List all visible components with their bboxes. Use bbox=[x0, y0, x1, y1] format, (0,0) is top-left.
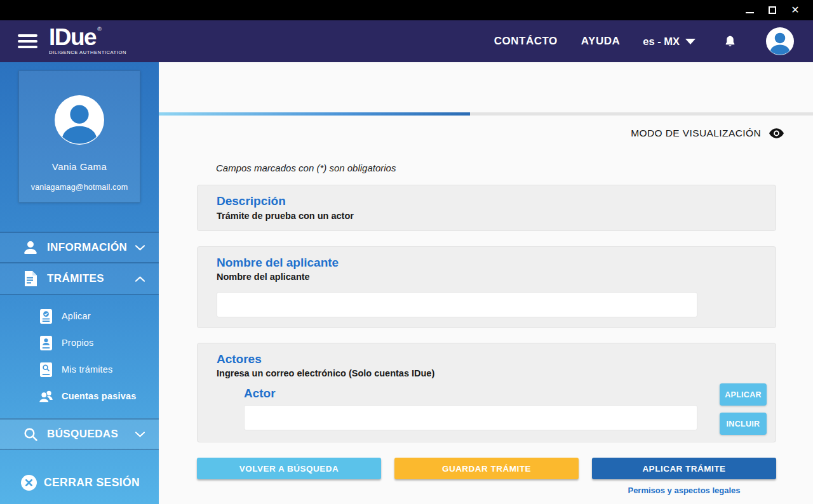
nombre-aplicante-input[interactable] bbox=[217, 292, 697, 317]
guardar-tramite-button[interactable]: GUARDAR TRÁMITE bbox=[394, 458, 579, 479]
actor-label: Actor bbox=[244, 387, 756, 401]
sidebar-item-label: TRÁMITES bbox=[47, 272, 135, 285]
sidebar-item-cuentas-pasivas[interactable]: Cuentas pasivas bbox=[0, 383, 159, 409]
hamburger-menu-button[interactable] bbox=[18, 34, 37, 48]
language-label: es - MX bbox=[643, 36, 680, 48]
sidebar-item-label: Cuentas pasivas bbox=[62, 391, 136, 401]
sidebar-item-tramites[interactable]: TRÁMITES bbox=[0, 263, 159, 295]
logout-button[interactable]: CERRAR SESIÓN bbox=[0, 468, 159, 497]
language-selector[interactable]: es - MX bbox=[643, 36, 695, 48]
sidebar-item-mis-tramites[interactable]: Mis trámites bbox=[0, 356, 159, 383]
section-title: Actores bbox=[217, 352, 756, 366]
legal-row: Permisos y aspectos legales bbox=[197, 484, 776, 496]
user-avatar-icon bbox=[766, 27, 794, 55]
actores-subtitle: Ingresa un correo electrónico (Solo cuen… bbox=[217, 368, 756, 378]
registered-mark: ® bbox=[97, 26, 102, 32]
contact-link[interactable]: CONTÁCTO bbox=[494, 35, 558, 48]
document-person-icon bbox=[40, 336, 52, 350]
profile-card: Vania Gama vaniagamag@hotmail.com bbox=[18, 70, 140, 202]
user-menu-button[interactable] bbox=[766, 27, 794, 55]
sidebar-item-informacion[interactable]: INFORMACIÓN bbox=[0, 232, 159, 263]
permisos-legales-link[interactable]: Permisos y aspectos legales bbox=[628, 486, 740, 495]
close-button[interactable]: ✕ bbox=[784, 0, 807, 20]
maximize-icon bbox=[769, 6, 776, 14]
logout-label: CERRAR SESIÓN bbox=[44, 476, 140, 489]
window-titlebar: ✕ bbox=[0, 0, 813, 20]
search-icon bbox=[23, 427, 38, 442]
aplicar-actor-button[interactable]: APLICAR bbox=[720, 383, 767, 406]
section-descripcion: Descripción Trámite de prueba con un act… bbox=[197, 185, 776, 231]
chevron-up-icon bbox=[135, 276, 145, 282]
avatar bbox=[55, 95, 104, 145]
close-circle-icon bbox=[21, 475, 37, 491]
required-fields-note: Campos marcados con (*) son obligatorios bbox=[216, 162, 813, 173]
incluir-actor-button[interactable]: INCLUIR bbox=[720, 413, 767, 435]
people-icon bbox=[38, 389, 53, 403]
caret-down-icon bbox=[685, 39, 695, 44]
sidebar-item-aplicar[interactable]: Aplicar bbox=[0, 303, 159, 329]
sidebar-item-label: BÚSQUEDAS bbox=[47, 428, 135, 441]
profile-name: Vania Gama bbox=[52, 161, 107, 172]
section-actores: Actores Ingresa un correo electrónico (S… bbox=[197, 343, 776, 442]
notifications-button[interactable] bbox=[723, 34, 737, 49]
document-icon bbox=[24, 271, 37, 286]
minimize-button[interactable] bbox=[738, 0, 761, 20]
tramites-submenu: Aplicar Propios bbox=[0, 295, 159, 418]
sidebar-item-label: Propios bbox=[62, 338, 94, 348]
logo-text: IDue bbox=[49, 27, 96, 47]
section-title: Nombre del aplicante bbox=[217, 256, 756, 270]
sidebar-item-label: Mis trámites bbox=[62, 364, 113, 375]
hamburger-icon bbox=[18, 34, 37, 37]
close-icon: ✕ bbox=[791, 5, 799, 15]
section-nombre-aplicante: Nombre del aplicante Nombre del aplicant… bbox=[197, 246, 776, 328]
maximize-button[interactable] bbox=[761, 0, 784, 20]
chevron-down-icon bbox=[135, 432, 145, 437]
actor-email-input[interactable] bbox=[244, 405, 697, 430]
sidebar-item-label: Aplicar bbox=[62, 311, 91, 321]
logo-subtitle: DILIGENCE AUTHENTICATION bbox=[49, 50, 126, 55]
sidebar-item-label: INFORMACIÓN bbox=[47, 241, 135, 254]
volver-busqueda-button[interactable]: VOLVER A BÚSQUEDA bbox=[197, 458, 381, 479]
sidebar-item-busquedas[interactable]: BÚSQUEDAS bbox=[0, 418, 159, 450]
sidebar-item-propios[interactable]: Propios bbox=[0, 329, 159, 356]
chevron-down-icon bbox=[135, 245, 145, 251]
top-navbar: IDue ® DILIGENCE AUTHENTICATION CONTÁCTO… bbox=[0, 20, 813, 62]
help-link[interactable]: AYUDA bbox=[581, 35, 620, 48]
section-title: Descripción bbox=[217, 194, 756, 208]
person-icon bbox=[23, 240, 38, 255]
main-content: MODO DE VISUALIZACIÓN Campos marcados co… bbox=[159, 62, 813, 504]
sidebar: Vania Gama vaniagamag@hotmail.com INFORM… bbox=[0, 62, 159, 504]
app-logo[interactable]: IDue ® DILIGENCE AUTHENTICATION bbox=[49, 27, 126, 55]
aplicar-tramite-button[interactable]: APLICAR TRÁMITE bbox=[592, 458, 776, 479]
field-label: Nombre del aplicante bbox=[217, 272, 756, 282]
profile-email: vaniagamag@hotmail.com bbox=[31, 183, 128, 192]
descripcion-text: Trámite de prueba con un actor bbox=[217, 211, 756, 221]
sidebar-menu: INFORMACIÓN TRÁMITES bbox=[0, 232, 159, 497]
footer-actions: VOLVER A BÚSQUEDA GUARDAR TRÁMITE APLICA… bbox=[197, 458, 776, 479]
document-check-icon bbox=[40, 309, 52, 324]
document-search-icon bbox=[40, 362, 52, 377]
bell-icon bbox=[723, 34, 737, 49]
minimize-icon bbox=[746, 12, 754, 13]
